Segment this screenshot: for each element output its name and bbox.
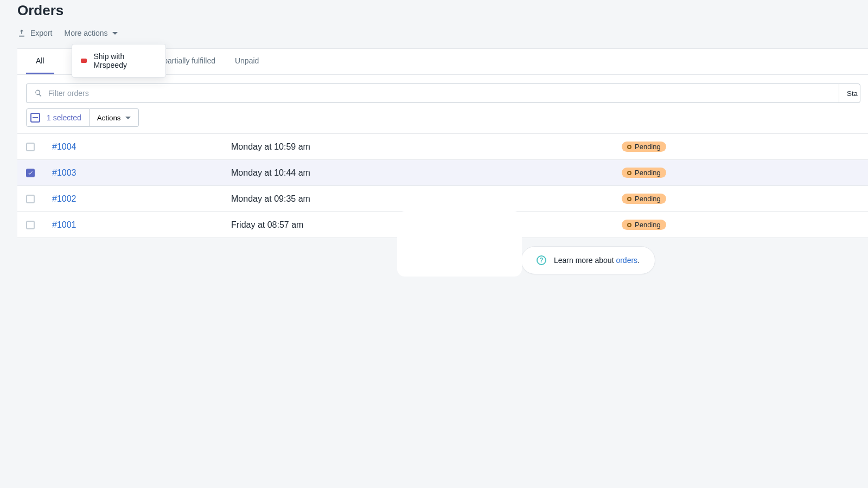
- status-filter-label: Sta: [847, 89, 858, 98]
- status-dot-icon: [627, 171, 631, 175]
- status-badge: Pending: [622, 142, 666, 152]
- orders-help-link[interactable]: orders: [616, 256, 637, 265]
- dropdown-item-label: Ship with Mrspeedy: [93, 52, 157, 69]
- selection-count-box[interactable]: 1 selected: [26, 108, 90, 127]
- learn-more-box: ? Learn more about orders.: [521, 246, 655, 274]
- bulk-actions-button[interactable]: Actions: [90, 108, 139, 127]
- order-date: Monday at 10:59 am: [222, 134, 613, 160]
- status-badge: Pending: [622, 220, 666, 230]
- status-badge: Pending: [622, 194, 666, 204]
- status-dot-icon: [627, 197, 631, 201]
- export-icon: [17, 29, 26, 37]
- more-actions-label: More actions: [64, 29, 107, 37]
- table-row[interactable]: #1004Monday at 10:59 amPending: [17, 134, 868, 160]
- table-row[interactable]: #1002Monday at 09:35 amPending: [17, 186, 868, 212]
- filter-row: Sta: [17, 75, 868, 103]
- row-checkbox[interactable]: [26, 169, 35, 177]
- row-checkbox[interactable]: [26, 221, 35, 229]
- selection-bar: 1 selected Actions: [17, 103, 868, 133]
- selection-count-label: 1 selected: [47, 113, 81, 122]
- overlay-panel: [397, 211, 522, 277]
- help-icon: ?: [537, 255, 546, 265]
- mrspeedy-icon: [81, 59, 87, 63]
- row-checkbox[interactable]: [26, 195, 35, 203]
- dropdown-item-ship-mrspeedy[interactable]: Ship with Mrspeedy: [72, 47, 165, 75]
- order-date: Monday at 10:44 am: [222, 160, 613, 186]
- tab-all[interactable]: All: [26, 49, 54, 74]
- learn-more-text: Learn more about orders.: [554, 256, 640, 265]
- order-link[interactable]: #1004: [52, 142, 76, 151]
- more-actions-dropdown: Ship with Mrspeedy: [72, 44, 166, 78]
- toolbar: Export More actions Ship with Mrspeedy: [17, 29, 868, 48]
- select-all-checkbox[interactable]: [30, 113, 40, 123]
- status-badge: Pending: [622, 168, 666, 178]
- row-checkbox[interactable]: [26, 143, 35, 151]
- export-label: Export: [30, 29, 52, 37]
- search-field-wrap[interactable]: [26, 84, 839, 103]
- order-link[interactable]: #1003: [52, 168, 76, 177]
- chevron-down-icon: [125, 117, 131, 119]
- search-input[interactable]: [48, 89, 831, 98]
- order-link[interactable]: #1001: [52, 220, 76, 229]
- search-icon: [34, 89, 43, 98]
- export-button[interactable]: Export: [17, 29, 52, 37]
- table-row[interactable]: #1003Monday at 10:44 amPending: [17, 160, 868, 186]
- order-date: Monday at 09:35 am: [222, 186, 613, 212]
- page-title: Orders: [17, 0, 868, 29]
- order-link[interactable]: #1002: [52, 194, 76, 203]
- tab-unpaid[interactable]: Unpaid: [225, 49, 269, 74]
- status-dot-icon: [627, 145, 631, 149]
- more-actions-button[interactable]: More actions: [64, 29, 117, 37]
- chevron-down-icon: [112, 32, 118, 35]
- status-dot-icon: [627, 223, 631, 227]
- bulk-actions-label: Actions: [97, 114, 121, 122]
- status-filter-button[interactable]: Sta: [839, 84, 860, 103]
